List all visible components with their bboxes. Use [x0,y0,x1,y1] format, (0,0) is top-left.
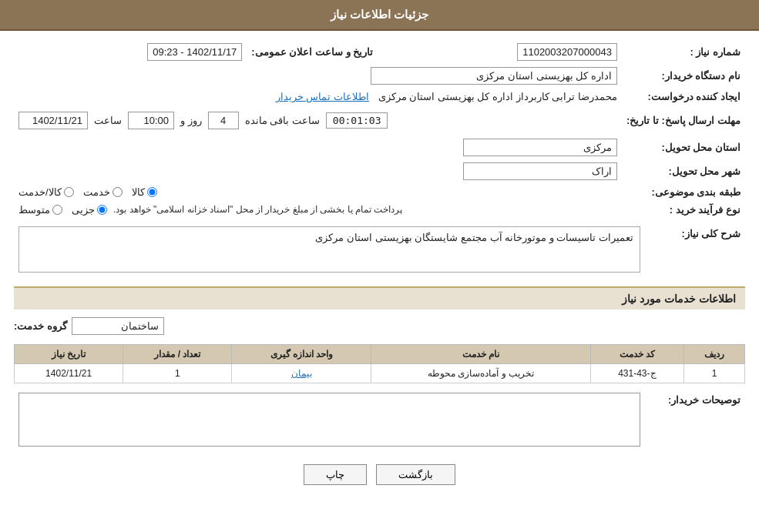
buyer-org-value: اداره کل بهزیستی استان مرکزی [371,67,617,85]
process-note: پرداخت تمام یا بخشی از مبلغ خریدار از مح… [113,204,402,215]
category-radio-khedmat: خدمت [83,186,123,198]
col-quantity: تعداد / مقدار [123,345,232,364]
back-button[interactable]: بازگشت [376,464,455,485]
cell-service-code: ج-43-431 [590,364,684,383]
cell-service-name: تخریب و آماده‌سازی محوطه [371,364,590,383]
category-khedmat-label: خدمت [83,186,110,198]
general-desc-value: تعمیرات تاسیسات و موتورخانه آب مجتمع شای… [18,226,640,273]
services-table: ردیف کد خدمت نام خدمت واحد اندازه گیری ت… [14,344,745,383]
main-info-table: شماره نیاز : 1102003207000043 تاریخ و سا… [14,40,745,219]
deadline-label: مهلت ارسال پاسخ: تا تاریخ: [622,105,745,136]
announce-value-cell: 1402/11/17 - 09:23 [14,40,247,64]
buyer-desc-textarea[interactable] [18,393,640,447]
deadline-remaining-label: ساعت باقی مانده [245,115,320,126]
province-value: مرکزی [463,139,617,156]
deadline-remaining: 00:01:03 [326,112,388,129]
category-kala-khedmat-label: کالا/خدمت [18,186,62,198]
col-unit: واحد اندازه گیری [232,345,371,364]
province-cell: مرکزی [14,136,622,159]
general-desc-cell: تعمیرات تاسیسات و موتورخانه آب مجتمع شای… [14,223,645,279]
process-cell: متوسط جزیی پرداخت تمام یا بخشی از مبلغ خ… [14,201,622,219]
category-khedmat-radio[interactable] [113,187,123,197]
requester-value: محمدرضا ترابی کاربرداز اداره کل بهزیستی … [378,91,617,102]
category-kala-label: کالا [132,186,145,198]
buyer-desc-label: توصیحات خریدار: [645,390,745,452]
process-jozi-radio[interactable] [97,205,107,215]
action-buttons: بازگشت چاپ [14,464,745,485]
category-kala-khedmat-radio[interactable] [64,187,74,197]
process-radio-jozi: جزیی [72,204,107,216]
deadline-date: 1402/11/21 [18,112,88,129]
category-radio-kala: کالا [132,186,157,198]
deadline-time: 10:00 [128,112,174,129]
services-section-header: اطلاعات خدمات مورد نیاز [14,286,745,309]
requester-label: ایجاد کننده درخواست: [622,88,745,105]
category-radio-kala-khedmat: کالا/خدمت [18,186,74,198]
service-group-row: گروه خدمت: ساختمان [14,314,745,338]
buyer-org-label: نام دستگاه خریدار: [622,64,745,88]
table-row: 1 ج-43-431 تخریب و آماده‌سازی محوطه بیما… [15,364,745,383]
province-label: استان محل تحویل: [622,136,745,159]
deadline-days: 4 [208,112,239,129]
city-cell: اراک [14,159,622,183]
general-desc-table: شرح کلی نیاز: تعمیرات تاسیسات و موتورخان… [14,223,745,279]
cell-row-num: 1 [684,364,745,383]
buyer-desc-table: توصیحات خریدار: [14,390,745,452]
process-motavasset-label: متوسط [18,204,50,216]
cell-unit: بیمان [232,364,371,383]
requester-cell: محمدرضا ترابی کاربرداز اداره کل بهزیستی … [14,88,622,105]
announce-value: 1402/11/17 - 09:23 [147,43,242,61]
category-cell: کالا/خدمت خدمت کالا [14,183,622,201]
request-number-cell: 1102003207000043 [378,40,622,64]
contact-link[interactable]: اطلاعات تماس خریدار [276,91,369,102]
deadline-days-label: روز و [180,115,202,126]
process-label: نوع فرآیند خرید : [622,201,745,219]
process-jozi-label: جزیی [72,204,95,216]
general-desc-label: شرح کلی نیاز: [645,223,745,279]
cell-quantity: 1 [123,364,232,383]
process-radio-motavasset: متوسط [18,204,62,216]
service-group-value: ساختمان [72,317,164,335]
buyer-org-cell: اداره کل بهزیستی استان مرکزی [14,64,622,88]
print-button[interactable]: چاپ [304,464,367,485]
cell-date: 1402/11/21 [15,364,123,383]
city-value: اراک [463,162,617,180]
service-group-label: گروه خدمت: [14,320,67,332]
deadline-time-label: ساعت [94,115,122,126]
col-service-code: کد خدمت [590,345,684,364]
deadline-cell: 1402/11/21 ساعت 10:00 روز و 4 ساعت باقی … [14,105,622,136]
category-kala-radio[interactable] [147,187,157,197]
buyer-desc-cell [14,390,645,452]
announce-label: تاریخ و ساعت اعلان عمومی: [247,40,378,64]
category-label: طبقه بندی موضوعی: [622,183,745,201]
city-label: شهر محل تحویل: [622,159,745,183]
page-title: جزئیات اطلاعات نیاز [0,0,759,31]
process-motavasset-radio[interactable] [52,205,62,215]
request-number-label: شماره نیاز : [622,40,745,64]
col-service-name: نام خدمت [371,345,590,364]
col-date: تاریخ نیاز [15,345,123,364]
col-row-num: ردیف [684,345,745,364]
request-number-value: 1102003207000043 [517,43,617,61]
